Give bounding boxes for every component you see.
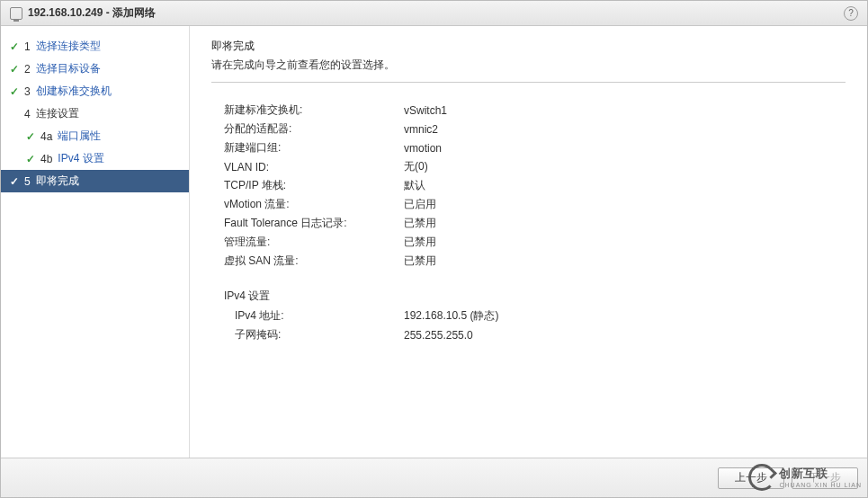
row-label: vMotion 流量: <box>224 197 404 212</box>
row-label: 分配的适配器: <box>224 121 404 137</box>
check-icon <box>8 175 21 188</box>
summary-row: 分配的适配器: vmnic2 <box>224 120 846 138</box>
wizard-window: 192.168.10.249 - 添加网络 ? 1 选择连接类型 2 选择目标设… <box>0 0 868 498</box>
step-4[interactable]: 4 连接设置 <box>1 102 189 125</box>
step-number: 3 <box>24 85 31 98</box>
row-label: 新建标准交换机: <box>224 102 404 118</box>
help-icon[interactable]: ? <box>844 6 858 21</box>
step-4b[interactable]: 4b IPv4 设置 <box>1 147 189 170</box>
step-1[interactable]: 1 选择连接类型 <box>1 35 189 58</box>
summary-row: 新建标准交换机: vSwitch1 <box>224 101 846 120</box>
wizard-main-panel: 即将完成 请在完成向导之前查看您的设置选择。 新建标准交换机: vSwitch1… <box>190 26 867 458</box>
row-value: 已启用 <box>404 197 436 212</box>
summary-list: 新建标准交换机: vSwitch1 分配的适配器: vmnic2 新建端口组: … <box>211 101 846 344</box>
divider <box>211 82 846 83</box>
step-number: 5 <box>24 175 31 188</box>
row-value: 无(0) <box>404 159 428 174</box>
step-3[interactable]: 3 创建标准交换机 <box>1 80 189 102</box>
summary-row: 新建端口组: vmotion <box>224 138 846 157</box>
next-button[interactable]: 下一步 <box>792 467 858 489</box>
check-icon <box>24 130 37 143</box>
row-label: 子网掩码: <box>235 327 404 342</box>
ipv4-section-heading: IPv4 设置 <box>224 285 846 307</box>
step-label: 即将完成 <box>36 173 79 189</box>
row-label: 新建端口组: <box>224 140 404 156</box>
host-icon <box>10 7 22 20</box>
step-label: 选择连接类型 <box>36 39 101 54</box>
wizard-footer: 上一步 下一步 创新互联 CHUANG XIN HU LIAN <box>1 458 867 497</box>
summary-row: Fault Tolerance 日志记录: 已禁用 <box>224 214 846 233</box>
row-value: 192.168.10.5 (静态) <box>404 308 498 324</box>
check-icon <box>8 85 21 98</box>
step-label: 连接设置 <box>36 106 79 121</box>
row-value: 已禁用 <box>404 216 436 231</box>
step-5[interactable]: 5 即将完成 <box>1 170 189 192</box>
titlebar: 192.168.10.249 - 添加网络 ? <box>1 1 867 26</box>
step-label: 创建标准交换机 <box>36 84 112 99</box>
row-label: 管理流量: <box>224 235 404 250</box>
row-value: vmotion <box>404 142 442 155</box>
row-label: IPv4 地址: <box>235 308 404 324</box>
row-value: 已禁用 <box>404 253 436 269</box>
check-icon <box>24 153 37 165</box>
page-heading: 即将完成 <box>211 39 846 54</box>
step-number: 4a <box>40 130 52 143</box>
row-label: TCP/IP 堆栈: <box>224 178 404 193</box>
step-number: 4 <box>24 108 31 120</box>
row-value: 默认 <box>404 178 425 193</box>
window-title: 192.168.10.249 - 添加网络 <box>28 5 844 21</box>
wizard-steps-sidebar: 1 选择连接类型 2 选择目标设备 3 创建标准交换机 4 连接设置 4a 端口… <box>1 26 190 458</box>
row-label: VLAN ID: <box>224 161 404 173</box>
summary-row: vMotion 流量: 已启用 <box>224 195 846 214</box>
page-subheading: 请在完成向导之前查看您的设置选择。 <box>211 58 846 73</box>
summary-row: VLAN ID: 无(0) <box>224 157 846 176</box>
row-value: vSwitch1 <box>404 104 447 117</box>
step-2[interactable]: 2 选择目标设备 <box>1 58 189 80</box>
step-number: 1 <box>24 40 31 53</box>
step-label: 端口属性 <box>58 129 101 144</box>
check-icon <box>8 40 21 53</box>
back-button[interactable]: 上一步 <box>718 467 784 489</box>
wizard-body: 1 选择连接类型 2 选择目标设备 3 创建标准交换机 4 连接设置 4a 端口… <box>1 26 867 458</box>
step-label: IPv4 设置 <box>58 151 103 166</box>
step-number: 2 <box>24 63 31 76</box>
check-icon <box>8 63 21 76</box>
row-value: 255.255.255.0 <box>404 329 473 342</box>
row-value: 已禁用 <box>404 235 436 250</box>
step-4a[interactable]: 4a 端口属性 <box>1 125 189 147</box>
row-label: 虚拟 SAN 流量: <box>224 253 404 269</box>
step-label: 选择目标设备 <box>36 61 101 76</box>
ipv4-rows: IPv4 地址: 192.168.10.5 (静态) 子网掩码: 255.255… <box>224 307 846 344</box>
summary-row: TCP/IP 堆栈: 默认 <box>224 176 846 195</box>
step-number: 4b <box>40 153 52 165</box>
summary-row: 管理流量: 已禁用 <box>224 233 846 252</box>
summary-row: 子网掩码: 255.255.255.0 <box>235 325 846 344</box>
summary-row: IPv4 地址: 192.168.10.5 (静态) <box>235 307 846 325</box>
row-value: vmnic2 <box>404 123 438 136</box>
summary-row: 虚拟 SAN 流量: 已禁用 <box>224 252 846 271</box>
row-label: Fault Tolerance 日志记录: <box>224 216 404 231</box>
